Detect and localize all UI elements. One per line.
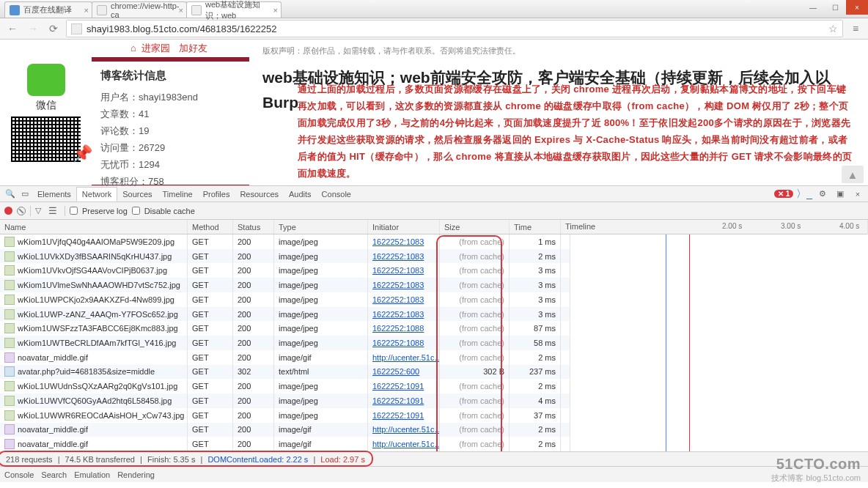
initiator-link[interactable]: 1622252:1091 bbox=[372, 382, 424, 391]
initiator-link[interactable]: 1622252:1083 bbox=[372, 281, 424, 289]
reload-icon[interactable]: ⟳ bbox=[45, 21, 62, 37]
col-time[interactable]: Time bbox=[510, 220, 561, 234]
col-status[interactable]: Status bbox=[233, 220, 274, 234]
initiator-link[interactable]: 1622252:1088 bbox=[372, 324, 424, 333]
size: (from cache) bbox=[440, 321, 510, 336]
drawer-tab-search[interactable]: Search bbox=[41, 470, 67, 479]
drawer-tab-emulation[interactable]: Emulation bbox=[74, 470, 110, 479]
drawer-toggle-icon[interactable]: 〉_ bbox=[796, 188, 812, 201]
settings-icon[interactable]: ⚙ bbox=[816, 188, 829, 201]
initiator-link[interactable]: 1622252:1083 bbox=[372, 266, 424, 275]
col-size[interactable]: Size bbox=[440, 220, 510, 234]
initiator-link[interactable]: http://ucenter.51c… bbox=[372, 440, 440, 448]
col-initiator[interactable]: Initiator bbox=[368, 220, 440, 234]
address-input[interactable]: shayi1983.blog.51cto.com/4681835/1622252… bbox=[66, 20, 843, 37]
col-type[interactable]: Type bbox=[274, 220, 368, 234]
dock-icon[interactable]: ▣ bbox=[834, 188, 847, 201]
window-close[interactable]: × bbox=[846, 0, 868, 15]
time: 2 ms bbox=[510, 249, 561, 264]
requests-count: 218 requests bbox=[6, 455, 53, 464]
table-row[interactable]: wKiom1UVkvOjfSG4AAVovCIPjB0637.jpgGET200… bbox=[0, 263, 570, 278]
initiator-link[interactable]: 1622252:600 bbox=[372, 367, 419, 376]
tab-label: 百度在线翻译 bbox=[23, 4, 72, 15]
table-row[interactable]: wKiom1UVjfqQ40g4AAIOMaP5W9E209.jpgGET200… bbox=[0, 234, 570, 249]
browser-tab-1[interactable]: 百度在线翻译× bbox=[4, 1, 92, 18]
network-table-header: Name Method Status Type Initiator Size T… bbox=[0, 220, 868, 234]
window-minimize[interactable]: — bbox=[802, 0, 824, 15]
table-row[interactable]: noavatar_middle.gifGET200image/gifhttp:/… bbox=[0, 423, 570, 437]
table-row[interactable]: wKiom1UWSFzzTA3FABCC6Ej8Kmc883.jpgGET200… bbox=[0, 321, 570, 336]
table-row[interactable]: wKioL1UWWR6REOCdAAisHOH_xCw743.jpgGET200… bbox=[0, 408, 570, 423]
preserve-log-checkbox[interactable] bbox=[70, 207, 78, 215]
home-link[interactable]: 进家园 bbox=[141, 42, 170, 53]
view-icon[interactable]: ☰ bbox=[46, 204, 59, 218]
col-timeline[interactable]: Timeline 2.00 s3.00 s4.00 s5.00 s bbox=[561, 220, 868, 234]
mime-type: image/gif bbox=[274, 437, 368, 451]
size: 302 B bbox=[440, 365, 510, 380]
close-icon[interactable]: × bbox=[179, 6, 183, 15]
table-row[interactable]: wKioL1UWPCKjo2x9AAKXZFd-4Nw899.jpgGET200… bbox=[0, 292, 570, 307]
tab-label: web基础设施知识；web bbox=[205, 0, 276, 21]
stat-label: 用户名： bbox=[100, 92, 139, 103]
dcl-line bbox=[666, 234, 666, 451]
bookmark-icon[interactable]: ☆ bbox=[828, 23, 838, 34]
method: GET bbox=[188, 249, 233, 264]
add-friend-link[interactable]: 加好友 bbox=[179, 42, 207, 53]
size: (from cache) bbox=[440, 437, 510, 451]
close-icon[interactable]: × bbox=[84, 6, 89, 15]
close-devtools-icon[interactable]: × bbox=[851, 188, 864, 201]
drawer-tab-console[interactable]: Console bbox=[4, 470, 34, 479]
table-row[interactable]: wKiom1UVlmeSwNhAAAOWHD7vtSc752.jpgGET200… bbox=[0, 278, 570, 292]
devtools-tab-audits[interactable]: Audits bbox=[284, 188, 317, 201]
devtools-tab-elements[interactable]: Elements bbox=[32, 188, 76, 201]
initiator-link[interactable]: 1622252:1083 bbox=[372, 237, 424, 246]
browser-tab-2[interactable]: chrome://view-http-ca× bbox=[92, 1, 187, 18]
menu-icon[interactable]: ≡ bbox=[847, 21, 864, 37]
table-row[interactable]: wKioL1UWUdnSsQXzAARg2q0KgVs101.jpgGET200… bbox=[0, 379, 570, 393]
inspect-icon[interactable]: 🔍 bbox=[4, 188, 17, 201]
device-icon[interactable]: ▭ bbox=[18, 188, 32, 201]
col-name[interactable]: Name bbox=[0, 220, 188, 234]
browser-tab-3[interactable]: web基础设施知识；web× bbox=[186, 1, 282, 18]
record-icon[interactable] bbox=[4, 207, 12, 215]
devtools-tab-console[interactable]: Console bbox=[317, 188, 356, 201]
initiator-link[interactable]: 1622252:1083 bbox=[372, 310, 424, 319]
back-icon[interactable]: ← bbox=[4, 21, 21, 37]
drawer-tab-rendering[interactable]: Rendering bbox=[117, 470, 155, 479]
table-row[interactable]: wKioL1UWP-zANZ_4AAQm-Y7FOSc652.jpgGET200… bbox=[0, 307, 570, 322]
back-to-top-icon[interactable]: ▲ bbox=[842, 166, 864, 183]
timeline-cell bbox=[561, 249, 570, 264]
window-maximize[interactable]: ☐ bbox=[824, 0, 846, 15]
mime-type: image/jpeg bbox=[274, 292, 368, 307]
initiator-link[interactable]: 1622252:1091 bbox=[372, 396, 424, 405]
table-row[interactable]: wKioL1UVkXDy3fBSAARIN5qKrHU437.jpgGET200… bbox=[0, 249, 570, 264]
clear-icon[interactable] bbox=[17, 207, 26, 215]
stat-value: shayi1983end bbox=[139, 92, 198, 103]
disable-cache-checkbox[interactable] bbox=[132, 207, 140, 215]
method: GET bbox=[188, 292, 233, 307]
table-row[interactable]: wKiom1UWTBeCRLDfAAm7kfTGl_Y416.jpgGET200… bbox=[0, 336, 570, 350]
table-row[interactable]: avatar.php?uid=4681835&size=middleGET302… bbox=[0, 365, 570, 380]
mime-type: image/jpeg bbox=[274, 336, 368, 350]
initiator-link[interactable]: 1622252:1083 bbox=[372, 252, 424, 261]
timeline-cell bbox=[561, 263, 570, 278]
method: GET bbox=[188, 263, 233, 278]
stat-value: 1294 bbox=[139, 159, 160, 170]
status-code: 200 bbox=[233, 263, 274, 278]
initiator-link[interactable]: http://ucenter.51c… bbox=[372, 353, 440, 362]
error-count-icon[interactable]: ✕ 1 bbox=[774, 190, 793, 198]
initiator-link[interactable]: 1622252:1088 bbox=[372, 339, 424, 347]
initiator-link[interactable]: 1622252:1091 bbox=[372, 411, 424, 420]
initiator-link[interactable]: 1622252:1083 bbox=[372, 295, 424, 304]
initiator-link[interactable]: http://ucenter.51c… bbox=[372, 425, 440, 434]
table-row[interactable]: noavatar_middle.gifGET200image/gifhttp:/… bbox=[0, 437, 570, 451]
forward-icon[interactable]: → bbox=[25, 21, 41, 37]
time: 58 ms bbox=[510, 336, 561, 350]
table-row[interactable]: noavatar_middle.gifGET200image/gifhttp:/… bbox=[0, 350, 570, 365]
col-method[interactable]: Method bbox=[188, 220, 233, 234]
table-row[interactable]: wKioL1UWVfCQ60GyAAd2htq6L58458.jpgGET200… bbox=[0, 393, 570, 408]
size: (from cache) bbox=[440, 423, 510, 437]
close-icon[interactable]: × bbox=[273, 6, 278, 15]
filter-icon[interactable]: ▽ bbox=[35, 206, 41, 215]
status-code: 200 bbox=[233, 292, 274, 307]
